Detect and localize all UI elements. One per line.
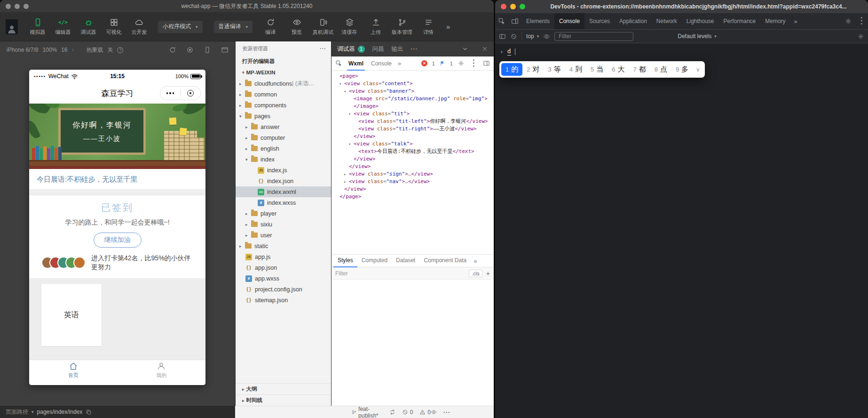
tab-output[interactable]: 输出: [392, 45, 403, 53]
gear-icon[interactable]: [458, 60, 465, 67]
page-path-label[interactable]: 页面路径: [6, 408, 28, 416]
ime-candidate[interactable]: 7都: [629, 63, 650, 76]
wxml-line[interactable]: </view>: [331, 185, 494, 193]
devtools-tab-console[interactable]: Console: [554, 13, 584, 29]
toolbar-button-editor[interactable]: </> 编辑器: [51, 18, 75, 36]
network-indicator[interactable]: 16: [61, 47, 67, 53]
cls-toggle[interactable]: .cls: [469, 270, 482, 277]
close-circle-icon[interactable]: [181, 90, 200, 96]
record-icon[interactable]: [186, 46, 194, 54]
console-prompt[interactable]: › d: [495, 43, 868, 56]
tree-item-common[interactable]: ▸common: [236, 89, 331, 100]
tree-item-components[interactable]: ▸components: [236, 100, 331, 111]
gear-icon[interactable]: [842, 13, 855, 29]
tree-item-pages[interactable]: ▾pages: [236, 111, 331, 121]
wxml-line[interactable]: ▾<view class="talk">: [331, 140, 494, 148]
tree-item-app.js[interactable]: JSapp.js: [236, 251, 331, 262]
more-tabs-icon[interactable]: »: [790, 18, 801, 25]
inspect-icon[interactable]: [335, 60, 342, 67]
mode-select[interactable]: 小程序模式 ▾: [158, 21, 203, 33]
live-expression-icon[interactable]: [543, 33, 550, 40]
expand-arrow-icon[interactable]: ▾: [348, 110, 354, 118]
toolbar-button-visualization[interactable]: 可视化: [102, 18, 126, 36]
add-style-icon[interactable]: +: [486, 270, 490, 277]
more-actions-icon[interactable]: ···: [320, 46, 326, 51]
wxml-line[interactable]: </view>: [331, 133, 494, 140]
help-icon[interactable]: ?: [117, 47, 123, 53]
course-card-english[interactable]: 英语: [41, 284, 102, 346]
devtools-tab-elements[interactable]: Elements: [521, 13, 554, 29]
error-counter[interactable]: 0: [402, 409, 413, 416]
tree-item-sixiu[interactable]: ▸sixiu: [236, 219, 331, 230]
close-icon[interactable]: [481, 46, 488, 52]
tree-item-index.wxss[interactable]: #index.wxss: [236, 197, 331, 208]
wxml-line[interactable]: <text>今日晨语:不积硅步，无以至千里</text>: [331, 148, 494, 155]
ime-candidate[interactable]: 1的: [501, 63, 522, 76]
ime-candidate[interactable]: 2对: [522, 63, 544, 76]
expand-arrow-icon[interactable]: ▸: [344, 178, 349, 185]
tree-item-index.wxml[interactable]: <>index.wxml: [236, 186, 331, 197]
devtools-tab-sources[interactable]: Sources: [584, 13, 615, 29]
wxml-line[interactable]: </page>: [331, 193, 494, 201]
compile-mode-select[interactable]: 普通编译 ▾: [214, 21, 253, 33]
tab-debugger[interactable]: 调试器 1: [337, 45, 365, 53]
wechat-capsule[interactable]: [160, 86, 201, 100]
banner-image[interactable]: 你好啊，李银河 ——王小波: [29, 104, 205, 166]
toolbar-button-simulator[interactable]: 模拟器: [25, 18, 50, 36]
minimize-window-button[interactable]: [510, 4, 516, 9]
details-button[interactable]: 详情: [416, 18, 441, 36]
tree-item-app.wxss[interactable]: #app.wxss: [236, 273, 331, 284]
ime-expand-icon[interactable]: ∨: [696, 66, 700, 73]
wxml-line[interactable]: <view class="tit-right">——王小波</view>: [331, 125, 494, 133]
wxml-line[interactable]: </image>: [331, 103, 494, 110]
tree-item-index.js[interactable]: JSindex.js: [236, 165, 331, 176]
project-root[interactable]: ▾ MP-WEIXIN: [236, 67, 331, 78]
wxml-line[interactable]: <view class="tit-left">你好啊，李银河</view>: [331, 118, 494, 125]
toolbar-button-debugger[interactable]: 调试器: [76, 18, 101, 36]
kebab-menu-icon[interactable]: ···: [470, 59, 478, 68]
window-controls[interactable]: [501, 4, 525, 9]
tree-item-project.config.json[interactable]: {}project.config.json: [236, 284, 331, 295]
inner-tab-console[interactable]: Console: [370, 56, 393, 71]
device-toolbar-icon[interactable]: [508, 13, 521, 29]
restart-icon[interactable]: [169, 46, 176, 54]
expand-arrow-icon[interactable]: ▸: [344, 170, 349, 178]
ime-candidate[interactable]: 8点: [650, 63, 671, 76]
split-panel-icon[interactable]: [483, 60, 490, 67]
user-avatar[interactable]: [6, 19, 18, 34]
wxml-line[interactable]: <page>: [331, 72, 494, 80]
collapse-panel-icon[interactable]: [462, 46, 468, 52]
tab-home[interactable]: 首页: [29, 360, 118, 380]
console-area[interactable]: › d 1的2对3等4到5当6大7都8点9多 ∨: [495, 43, 868, 418]
tree-item-cloudfunctions[interactable]: ▸cloudfunctions | (未选...: [236, 78, 331, 89]
console-input-text[interactable]: d: [507, 48, 511, 56]
wxml-line[interactable]: </view>: [331, 155, 494, 163]
tree-item-sitemap.json[interactable]: {}sitemap.json: [236, 295, 331, 305]
device-select[interactable]: iPhone 6/7/8: [7, 47, 38, 53]
style-tab-computed[interactable]: Computed: [357, 254, 392, 267]
tree-item-index.json[interactable]: {}index.json: [236, 176, 331, 186]
ime-candidate[interactable]: 6大: [608, 63, 629, 76]
toolbar-button-cloud[interactable]: 云开发: [127, 18, 151, 36]
window-controls[interactable]: [6, 4, 29, 9]
timeline-section[interactable]: ▸ 时间线: [236, 394, 331, 406]
clear-cache-button[interactable]: 清缓存: [337, 18, 362, 36]
zoom-window-button[interactable]: [24, 4, 29, 9]
more-actions-icon[interactable]: ···: [443, 409, 450, 416]
phone-frame-icon[interactable]: [204, 46, 211, 54]
console-filter-input[interactable]: [554, 32, 633, 41]
detach-window-icon[interactable]: [221, 46, 229, 54]
wxml-line[interactable]: ▸<view class="sign">…</view>: [331, 170, 494, 178]
more-style-tabs-icon[interactable]: »: [471, 257, 480, 265]
tree-item-computer[interactable]: ▸computer: [236, 132, 331, 143]
wxml-line[interactable]: ▾<view class="content">: [331, 80, 494, 88]
devtools-tab-application[interactable]: Application: [615, 13, 652, 29]
clear-console-icon[interactable]: [510, 33, 517, 40]
tree-item-app.json[interactable]: {}app.json: [236, 262, 331, 273]
more-panels-icon[interactable]: »: [398, 60, 401, 67]
log-levels-select[interactable]: Default levels ▾: [678, 33, 717, 40]
ime-candidate[interactable]: 4到: [565, 63, 586, 76]
console-settings-icon[interactable]: [857, 33, 864, 40]
tree-item-answer[interactable]: ▸answer: [236, 121, 331, 132]
version-control-button[interactable]: 版本管理: [390, 18, 414, 36]
